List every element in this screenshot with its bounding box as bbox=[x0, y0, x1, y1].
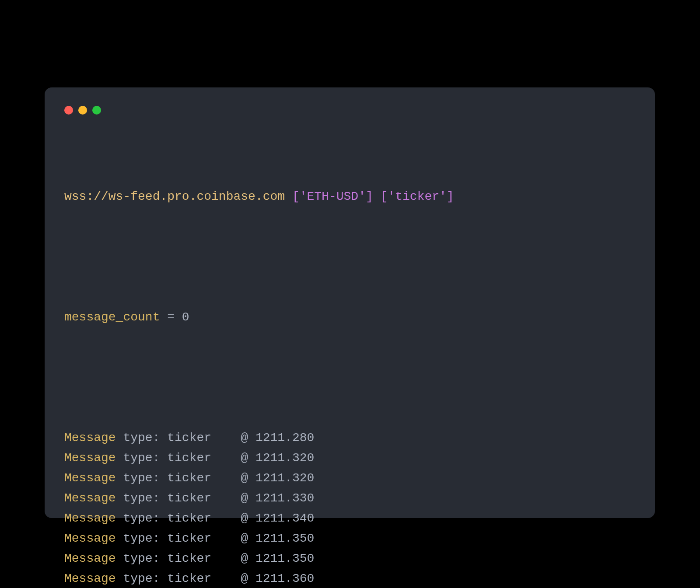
window-titlebar bbox=[64, 106, 101, 115]
message-label: Message bbox=[64, 532, 116, 545]
price-value: 1211.280 bbox=[256, 431, 314, 445]
type-value: ticker bbox=[167, 532, 211, 545]
at-symbol: @ bbox=[211, 471, 256, 485]
price-value: 1211.340 bbox=[256, 511, 314, 525]
terminal-output: wss://ws-feed.pro.coinbase.com ['ETH-USD… bbox=[64, 146, 454, 588]
price-value: 1211.320 bbox=[256, 471, 314, 485]
type-label: type: bbox=[116, 511, 168, 525]
type-value: ticker bbox=[167, 451, 211, 465]
type-value: ticker bbox=[167, 491, 211, 505]
at-symbol: @ bbox=[211, 451, 256, 465]
type-value: ticker bbox=[167, 431, 211, 445]
ticker-line: Message type: ticker @ 1211.360 bbox=[64, 569, 454, 588]
message-count-start: message_count = 0 bbox=[64, 307, 454, 327]
count-label: message_count bbox=[64, 310, 160, 324]
type-value: ticker bbox=[167, 552, 211, 565]
connection-line: wss://ws-feed.pro.coinbase.com ['ETH-USD… bbox=[64, 187, 454, 207]
equals-sign: = bbox=[160, 310, 182, 324]
at-symbol: @ bbox=[211, 532, 256, 545]
message-label: Message bbox=[64, 431, 116, 445]
close-icon[interactable] bbox=[64, 106, 73, 115]
type-label: type: bbox=[116, 552, 168, 565]
message-label: Message bbox=[64, 491, 116, 505]
type-label: type: bbox=[116, 572, 168, 585]
type-label: type: bbox=[116, 532, 168, 545]
ticker-line: Message type: ticker @ 1211.320 bbox=[64, 468, 454, 488]
ticker-line: Message type: ticker @ 1211.280 bbox=[64, 428, 454, 448]
minimize-icon[interactable] bbox=[78, 106, 87, 115]
products-arg: ['ETH-USD'] bbox=[292, 190, 373, 203]
at-symbol: @ bbox=[211, 572, 256, 585]
price-value: 1211.320 bbox=[256, 451, 314, 465]
type-label: type: bbox=[116, 451, 168, 465]
price-value: 1211.360 bbox=[256, 572, 314, 585]
zoom-icon[interactable] bbox=[92, 106, 101, 115]
at-symbol: @ bbox=[211, 431, 256, 445]
ticker-line: Message type: ticker @ 1211.320 bbox=[64, 448, 454, 468]
type-label: type: bbox=[116, 431, 168, 445]
message-label: Message bbox=[64, 511, 116, 525]
ticker-line: Message type: ticker @ 1211.350 bbox=[64, 549, 454, 569]
count-value: 0 bbox=[182, 310, 189, 324]
at-symbol: @ bbox=[211, 511, 256, 525]
type-value: ticker bbox=[167, 471, 211, 485]
type-value: ticker bbox=[167, 572, 211, 585]
ticker-line: Message type: ticker @ 1211.340 bbox=[64, 508, 454, 529]
ws-url: wss://ws-feed.pro.coinbase.com bbox=[64, 190, 285, 203]
price-value: 1211.350 bbox=[256, 532, 314, 545]
message-label: Message bbox=[64, 451, 116, 465]
terminal-window: wss://ws-feed.pro.coinbase.com ['ETH-USD… bbox=[45, 87, 655, 518]
price-value: 1211.330 bbox=[256, 491, 314, 505]
type-label: type: bbox=[116, 491, 168, 505]
type-label: type: bbox=[116, 471, 168, 485]
ticker-line: Message type: ticker @ 1211.350 bbox=[64, 529, 454, 549]
at-symbol: @ bbox=[211, 491, 256, 505]
price-value: 1211.350 bbox=[256, 552, 314, 565]
at-symbol: @ bbox=[211, 552, 256, 565]
type-value: ticker bbox=[167, 511, 211, 525]
message-label: Message bbox=[64, 471, 116, 485]
message-label: Message bbox=[64, 552, 116, 565]
ticker-line: Message type: ticker @ 1211.330 bbox=[64, 488, 454, 508]
channels-arg: ['ticker'] bbox=[381, 190, 454, 203]
message-label: Message bbox=[64, 572, 116, 585]
